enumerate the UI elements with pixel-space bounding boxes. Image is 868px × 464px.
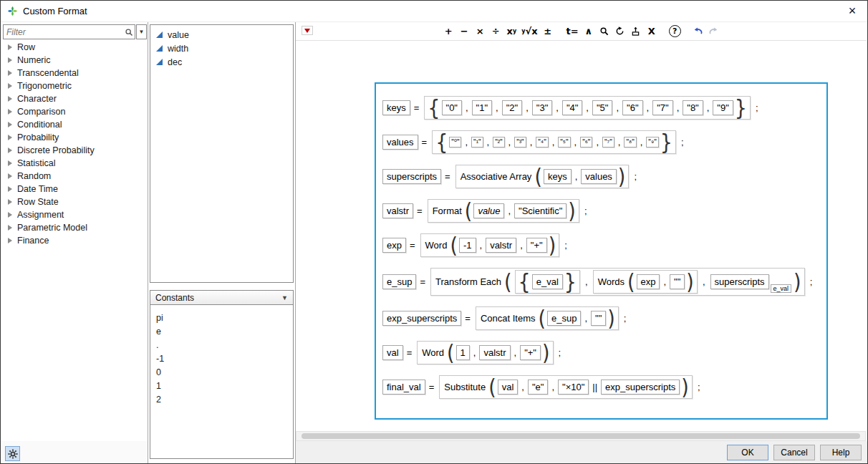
formula-token[interactable]: "⁰" xyxy=(449,137,461,148)
disclosure-arrow-icon[interactable] xyxy=(8,96,12,102)
formula-token[interactable]: "⁵" xyxy=(558,137,570,148)
disclosure-arrow-icon[interactable] xyxy=(8,186,12,192)
help-button[interactable]: ? xyxy=(669,25,681,37)
ok-button[interactable]: OK xyxy=(727,445,768,460)
category-item-parametric-model[interactable]: Parametric Model xyxy=(3,221,146,234)
formula-token[interactable]: 1 xyxy=(456,345,470,360)
formula-token[interactable]: val xyxy=(498,380,519,395)
formula-token[interactable]: "×10" xyxy=(558,380,589,395)
formula-token[interactable]: values xyxy=(382,135,418,150)
formula-token[interactable]: "8" xyxy=(683,100,703,115)
formula-token[interactable]: "7" xyxy=(652,100,672,115)
category-item-conditional[interactable]: Conditional xyxy=(3,118,146,131)
expression-group[interactable]: {"0","1","2","3","4","5","6","7","8","9"… xyxy=(424,96,751,120)
formula-token[interactable]: value xyxy=(473,203,504,218)
disclosure-arrow-icon[interactable] xyxy=(8,173,12,179)
column-item-width[interactable]: width xyxy=(150,42,293,55)
formula-token[interactable]: "⁷" xyxy=(602,137,614,148)
formula-canvas[interactable]: keys={"0","1","2","3","4","5","6","7","8… xyxy=(296,40,867,430)
formula-token[interactable]: "6" xyxy=(622,100,642,115)
redo-button[interactable] xyxy=(707,24,721,39)
disclosure-arrow-icon[interactable] xyxy=(8,199,12,205)
formula-token[interactable]: superscripts xyxy=(382,169,441,184)
function-name[interactable]: Word xyxy=(425,240,448,251)
disclosure-arrow-icon[interactable] xyxy=(8,135,12,140)
disclosure-arrow-icon[interactable] xyxy=(8,238,12,243)
category-item-row[interactable]: Row xyxy=(3,41,146,54)
disclosure-arrow-icon[interactable] xyxy=(8,57,12,63)
function-name[interactable]: Format xyxy=(433,206,462,216)
function-name[interactable]: Word xyxy=(422,347,444,358)
scrollbar-thumb[interactable] xyxy=(302,433,860,439)
close-button[interactable]: × xyxy=(837,1,867,21)
expression-group[interactable]: Word(-1,valstr,"+") xyxy=(420,233,560,257)
disclosure-arrow-icon[interactable] xyxy=(8,70,12,76)
expression-group[interactable]: Words(exp,"") xyxy=(593,270,698,294)
formula-token[interactable]: e_sup xyxy=(382,274,416,289)
magnify-button[interactable] xyxy=(597,24,612,39)
function-name[interactable]: Substitute xyxy=(444,382,486,392)
subscript-token[interactable]: e_val xyxy=(771,284,792,293)
function-name[interactable]: Associative Array xyxy=(460,171,532,182)
category-item-random[interactable]: Random xyxy=(3,170,146,183)
formula-token[interactable]: "e" xyxy=(528,380,548,395)
formula-token[interactable]: "4" xyxy=(562,100,582,115)
filter-options-button[interactable]: ▼ xyxy=(136,24,147,39)
formula-token[interactable]: "0" xyxy=(442,100,462,115)
category-item-statistical[interactable]: Statistical xyxy=(3,157,146,170)
category-item-trigonometric[interactable]: Trigonometric xyxy=(3,79,146,92)
insert-sign-button[interactable]: ± xyxy=(541,24,555,39)
gear-button[interactable] xyxy=(5,446,20,461)
formula-token[interactable]: val xyxy=(382,345,403,360)
formula-token[interactable]: -1 xyxy=(459,238,476,253)
expression-group[interactable]: Substitute(val,"e","×10"||exp_superscrip… xyxy=(439,375,693,399)
formula-token[interactable]: "9" xyxy=(713,100,733,115)
constant-item[interactable]: 2 xyxy=(150,392,293,406)
insert-root-button[interactable]: y√x xyxy=(520,24,539,39)
insert-multiply-button[interactable]: × xyxy=(473,24,487,39)
disclosure-arrow-icon[interactable] xyxy=(8,44,12,50)
constant-item[interactable]: e xyxy=(150,324,293,338)
constant-item[interactable]: -1 xyxy=(150,352,293,365)
formula-token[interactable]: "" xyxy=(670,274,685,289)
category-item-finance[interactable]: Finance xyxy=(3,234,146,247)
category-item-probability[interactable]: Probability xyxy=(3,131,146,144)
column-item-value[interactable]: value xyxy=(150,28,293,42)
category-item-comparison[interactable]: Comparison xyxy=(3,105,146,118)
expression-group[interactable]: {e_val} xyxy=(515,270,580,294)
expression-group[interactable]: Format(value,"Scientific") xyxy=(428,199,579,223)
formula-token[interactable]: "⁹" xyxy=(646,137,658,148)
formula-token[interactable]: "⁸" xyxy=(624,137,636,148)
disclosure-arrow-icon[interactable] xyxy=(8,212,12,218)
formula-token[interactable]: e_sup xyxy=(547,311,581,326)
formula-token[interactable]: "1" xyxy=(472,100,492,115)
disclosure-arrow-icon[interactable] xyxy=(8,225,12,231)
column-item-dec[interactable]: dec xyxy=(150,55,293,69)
undo-button[interactable] xyxy=(691,24,705,39)
formula-token[interactable]: "2" xyxy=(502,100,522,115)
expression-group[interactable]: {"⁰","¹","²","³","⁴","⁵","⁶","⁷","⁸","⁹"… xyxy=(432,130,676,154)
constants-dropdown[interactable]: Constants ▼ xyxy=(150,290,294,305)
category-item-row-state[interactable]: Row State xyxy=(3,195,146,208)
expression-group[interactable]: Concat Items(e_sup,"") xyxy=(476,306,619,330)
function-name[interactable]: Transform Each xyxy=(435,276,501,287)
formula-token[interactable]: "⁴" xyxy=(536,137,548,148)
formula-token[interactable]: "Scientific" xyxy=(514,203,566,218)
expression-group[interactable]: Transform Each({e_val},Words(exp,""),sup… xyxy=(430,268,805,296)
formula-token[interactable]: "5" xyxy=(592,100,612,115)
switch-terms-button[interactable] xyxy=(613,24,627,39)
constant-item[interactable]: 1 xyxy=(150,379,293,392)
formula-token[interactable]: valstr xyxy=(486,238,516,253)
formula-token[interactable]: valstr xyxy=(479,345,510,360)
formula-token[interactable]: "³" xyxy=(514,137,526,148)
disclosure-arrow-icon[interactable] xyxy=(8,148,12,153)
formula-token[interactable]: "" xyxy=(591,311,606,326)
disclosure-arrow-icon[interactable] xyxy=(8,160,12,166)
insert-power-button[interactable]: xy xyxy=(504,24,519,39)
formula-token[interactable]: values xyxy=(581,169,617,184)
formula-token[interactable]: final_val xyxy=(382,380,425,395)
constant-item[interactable]: 0 xyxy=(150,365,293,379)
formula-token[interactable]: "²" xyxy=(493,137,504,148)
function-name[interactable]: Words xyxy=(598,276,625,287)
disclosure-arrow-icon[interactable] xyxy=(8,109,12,115)
